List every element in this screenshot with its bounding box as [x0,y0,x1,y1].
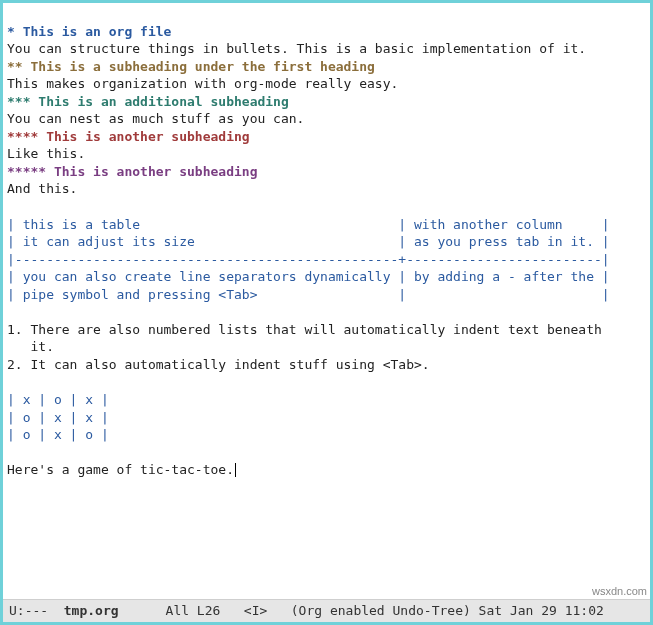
heading-5: ***** This is another subheading [7,164,257,179]
heading-3: *** This is an additional subheading [7,94,289,109]
buffer-area[interactable]: * This is an org file You can structure … [3,3,650,599]
list-item: 2. It can also automatically indent stuf… [7,357,430,372]
modeline-filename: tmp.org [56,602,119,620]
table-separator: |---------------------------------------… [7,252,610,267]
body-text: Like this. [7,146,85,161]
body-text: You can nest as much stuff as you can. [7,111,304,126]
heading-4: **** This is another subheading [7,129,250,144]
heading-1: * This is an org file [7,24,171,39]
table-row: | it can adjust its size | as you press … [7,234,610,249]
list-item-cont: it. [7,339,54,354]
text-cursor [235,463,236,477]
table-row: | pipe symbol and pressing <Tab> | | [7,287,610,302]
heading-2: ** This is a subheading under the first … [7,59,375,74]
table-row: | you can also create line separators dy… [7,269,610,284]
table-row: | o | x | x | [7,410,109,425]
table-row: | this is a table | with another column … [7,217,610,232]
mode-line: U:--- tmp.org All L26 <I> (Org enabled U… [3,599,650,622]
body-text: You can structure things in bullets. Thi… [7,41,586,56]
modeline-position: All L26 <I> (Org enabled Undo-Tree) Sat … [119,602,604,620]
list-item: 1. There are also numbered lists that wi… [7,322,602,337]
body-text: And this. [7,181,77,196]
body-text: Here's a game of tic-tac-toe. [7,462,234,477]
table-row: | o | x | o | [7,427,109,442]
body-text: This makes organization with org-mode re… [7,76,398,91]
emacs-frame: * This is an org file You can structure … [0,0,653,625]
table-row: | x | o | x | [7,392,109,407]
watermark: wsxdn.com [592,584,647,599]
modeline-modified: U:--- [9,602,56,620]
